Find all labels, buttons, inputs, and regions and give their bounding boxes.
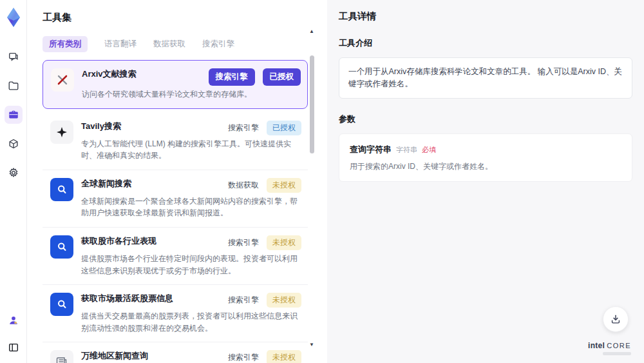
intel-core-logo: intelCORE bbox=[588, 342, 631, 355]
tool-name: 万维地区新闻查询 bbox=[81, 350, 148, 362]
list-scrollbar[interactable]: ▲ ▼ bbox=[310, 35, 314, 340]
rail-bottom bbox=[5, 311, 23, 357]
auth-status-badge: 已授权 bbox=[267, 121, 301, 135]
details-title: 工具详情 bbox=[339, 10, 632, 23]
tool-name: Tavily搜索 bbox=[81, 121, 121, 132]
intro-heading: 工具介绍 bbox=[339, 37, 632, 49]
param-description: 用于搜索的Arxiv ID、关键字或作者姓名。 bbox=[350, 161, 621, 172]
tool-description: 专为人工智能代理 (LLM) 构建的搜索引擎工具。可快速提供实时、准确和真实的结… bbox=[81, 138, 301, 162]
core-brand-text: CORE bbox=[607, 342, 631, 349]
tool-card-regional-news[interactable]: 万维地区新闻查询 搜索引擎 未授权 查询具体行政区划内的新闻，快速了解各地新闻动 bbox=[43, 342, 308, 363]
scroll-up-icon[interactable]: ▲ bbox=[309, 28, 314, 34]
collapse-sidebar-button[interactable] bbox=[5, 338, 23, 357]
category-label: 数据获取 bbox=[228, 180, 259, 191]
category-label: 搜索引擎 bbox=[228, 352, 259, 363]
param-required-flag: 必填 bbox=[422, 146, 436, 153]
tab-language-translation[interactable]: 语言翻译 bbox=[104, 39, 137, 50]
briefcase-icon bbox=[8, 109, 19, 121]
category-tabs: 所有类别 语言翻译 数据获取 搜索引擎 bbox=[43, 36, 322, 52]
tool-details-panel: 工具详情 工具介绍 一个用于从Arxiv存储库搜索科学论文和文章的工具。 输入可… bbox=[327, 0, 644, 363]
tool-card-tavily[interactable]: Tavily搜索 搜索引擎 已授权 专为人工智能代理 (LLM) 构建的搜索引擎… bbox=[43, 113, 308, 170]
folder-icon bbox=[8, 80, 19, 92]
tool-name: Arxiv文献搜索 bbox=[82, 68, 137, 80]
tab-search-engine[interactable]: 搜索引擎 bbox=[202, 39, 234, 50]
sidebar-item-packages[interactable] bbox=[5, 135, 23, 153]
download-icon bbox=[610, 313, 621, 325]
category-label: 搜索引擎 bbox=[228, 237, 259, 248]
arxiv-icon bbox=[51, 68, 74, 92]
panel-divider bbox=[322, 0, 327, 363]
sidebar-item-files[interactable] bbox=[5, 77, 23, 95]
tool-description: 全球新闻搜索是一个聚合全球各大新闻网站内容的搜索引擎，帮助用户快速获取全球最新资… bbox=[81, 195, 301, 219]
intel-logo-subline bbox=[603, 352, 631, 355]
intel-brand-text: intel bbox=[588, 341, 605, 350]
active-stocks-icon bbox=[50, 293, 73, 316]
tool-description: 提供当天交易量最高的股票列表，投资者可以利用这些信息来识别流动性强的股票和潜在的… bbox=[81, 310, 301, 334]
tools-panel: 工具集 所有类别 语言翻译 数据获取 搜索引擎 Arxiv文献搜索 bbox=[27, 0, 322, 363]
tool-description: 提供股票市场各个行业在特定时间段内的表现。投资者可以利用这些信息来识别表现优于或… bbox=[81, 253, 301, 277]
regional-news-icon bbox=[50, 350, 73, 363]
auth-status-badge: 未授权 bbox=[267, 293, 301, 308]
tab-all-categories[interactable]: 所有类别 bbox=[43, 36, 88, 52]
tool-description: 访问各个研究领域大量科学论文和文章的存储库。 bbox=[82, 88, 301, 101]
collapse-panel-icon bbox=[8, 342, 19, 353]
tab-data-acquisition[interactable]: 数据获取 bbox=[153, 39, 185, 50]
sidebar-item-chat[interactable] bbox=[5, 48, 23, 66]
tool-card-stock-sectors[interactable]: 获取股市各行业表现 搜索引擎 未授权 提供股票市场各个行业在特定时间段内的表现。… bbox=[43, 228, 308, 285]
news-search-icon bbox=[50, 178, 73, 201]
cube-icon bbox=[8, 138, 19, 150]
chat-icon bbox=[8, 51, 19, 63]
category-badge: 搜索引擎 bbox=[209, 68, 255, 86]
app-window: 工具集 所有类别 语言翻译 数据获取 搜索引擎 Arxiv文献搜索 bbox=[0, 0, 644, 363]
tool-list: Arxiv文献搜索 搜索引擎 已授权 访问各个研究领域大量科学论文和文章的存储库… bbox=[43, 60, 308, 363]
scroll-down-icon[interactable]: ▼ bbox=[309, 342, 314, 348]
download-button[interactable] bbox=[603, 306, 629, 332]
tool-name: 获取股市各行业表现 bbox=[81, 235, 156, 247]
stock-sector-icon bbox=[50, 235, 73, 259]
rail-nav bbox=[5, 48, 23, 182]
tool-card-active-stocks[interactable]: 获取市场最活跃股票信息 搜索引擎 未授权 提供当天交易量最高的股票列表，投资者可… bbox=[43, 285, 308, 342]
tool-card-global-news[interactable]: 全球新闻搜索 数据获取 未授权 全球新闻搜索是一个聚合全球各大新闻网站内容的搜索… bbox=[43, 170, 308, 228]
sidebar-item-tools[interactable] bbox=[5, 106, 23, 124]
sidebar-item-settings[interactable] bbox=[5, 164, 23, 182]
app-logo-icon bbox=[5, 6, 23, 28]
tavily-star-icon bbox=[50, 121, 73, 144]
tool-intro-text: 一个用于从Arxiv存储库搜索科学论文和文章的工具。 输入可以是Arxiv ID… bbox=[339, 57, 632, 99]
tool-name: 获取市场最活跃股票信息 bbox=[81, 293, 173, 304]
scrollbar-thumb[interactable] bbox=[310, 55, 314, 153]
icon-rail bbox=[0, 0, 27, 363]
param-type: 字符串 bbox=[396, 146, 417, 153]
auth-status-badge: 未授权 bbox=[267, 235, 301, 250]
tool-card-arxiv[interactable]: Arxiv文献搜索 搜索引擎 已授权 访问各个研究领域大量科学论文和文章的存储库… bbox=[43, 60, 308, 109]
category-label: 搜索引擎 bbox=[228, 123, 259, 133]
category-label: 搜索引擎 bbox=[228, 295, 259, 306]
gear-icon bbox=[8, 167, 19, 179]
tool-name: 全球新闻搜索 bbox=[81, 178, 131, 190]
parameter-card: 查询字符串字符串必填 用于搜索的Arxiv ID、关键字或作者姓名。 bbox=[339, 133, 632, 182]
param-name: 查询字符串 bbox=[350, 144, 392, 154]
user-avatar-icon bbox=[8, 315, 19, 326]
auth-status-badge: 已授权 bbox=[263, 68, 301, 86]
params-heading: 参数 bbox=[339, 113, 632, 125]
user-avatar[interactable] bbox=[5, 311, 23, 329]
auth-status-badge: 未授权 bbox=[267, 350, 301, 363]
page-title: 工具集 bbox=[43, 12, 322, 24]
auth-status-badge: 未授权 bbox=[267, 178, 301, 193]
